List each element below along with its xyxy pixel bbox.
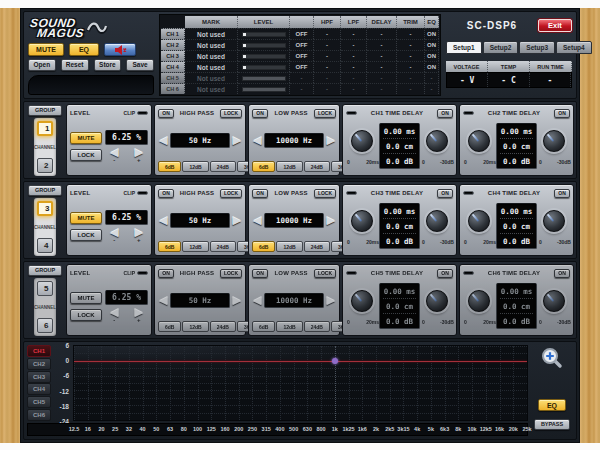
slope-button[interactable]: 6dB [158,161,181,172]
channel-select-bottom[interactable]: 6 [37,318,53,333]
delay-knob[interactable] [351,210,373,232]
frequency-down-arrow[interactable]: ◀ [159,135,167,146]
slope-button[interactable]: 24dB [304,241,330,252]
setup-tab[interactable]: Setup2 [483,41,519,54]
level-increase-arrow[interactable]: ▶ [135,227,143,238]
file-button[interactable]: Store [94,59,122,71]
slope-button[interactable]: 24dB [304,161,330,172]
group-mute-button[interactable]: MUTE [70,292,102,304]
table-row[interactable]: CH 3 Not used OFF - - - - ON [161,50,439,61]
frequency-down-arrow[interactable]: ◀ [253,135,261,146]
zoom-in-icon[interactable] [541,347,563,369]
eq-button[interactable]: EQ [69,43,99,56]
frequency-down-arrow[interactable]: ◀ [253,295,261,306]
gain-knob[interactable] [426,210,448,232]
delay-on-button[interactable]: ON [437,109,453,118]
group-button[interactable]: GROUP [28,185,62,196]
filter-on-button[interactable]: ON [158,109,174,118]
delay-on-button[interactable]: ON [554,109,570,118]
eq-toggle-button[interactable]: EQ [538,399,566,411]
eq-plot[interactable] [73,345,528,421]
slope-button[interactable]: 6dB [252,241,275,252]
slope-button[interactable]: 12dB [182,321,208,332]
gain-knob[interactable] [543,290,565,312]
delay-knob[interactable] [468,210,490,232]
channel-select-top[interactable]: 3 [37,201,53,216]
filter-lock-button[interactable]: LOCK [314,269,336,278]
slope-button[interactable]: 24dB [210,241,236,252]
slope-button[interactable]: 24dB [210,161,236,172]
frequency-down-arrow[interactable]: ◀ [159,215,167,226]
delay-knob[interactable] [468,290,490,312]
level-decrease-arrow[interactable]: ◀ [110,147,118,158]
frequency-up-arrow[interactable]: ▶ [233,135,241,146]
gain-knob[interactable] [426,290,448,312]
group-lock-button[interactable]: LOCK [70,309,102,321]
level-decrease-arrow[interactable]: ◀ [110,307,118,318]
group-mute-button[interactable]: MUTE [70,212,102,224]
delay-knob[interactable] [468,130,490,152]
slope-button[interactable]: 12dB [182,161,208,172]
frequency-up-arrow[interactable]: ▶ [327,135,335,146]
channel-select-top[interactable]: 5 [37,281,53,296]
gain-knob[interactable] [543,130,565,152]
group-lock-button[interactable]: LOCK [70,149,102,161]
table-row[interactable]: CH 2 Not used OFF - - - - ON [161,39,439,50]
slope-button[interactable]: 12dB [276,321,302,332]
bypass-button[interactable]: BYPASS [534,419,570,430]
mute-button[interactable]: MUTE [28,43,64,56]
filter-on-button[interactable]: ON [158,189,174,198]
delay-on-button[interactable]: ON [554,269,570,278]
filter-lock-button[interactable]: LOCK [314,109,336,118]
exit-button[interactable]: Exit [538,19,572,32]
graph-channel-tab[interactable]: CH4 [27,383,51,395]
level-decrease-arrow[interactable]: ◀ [110,227,118,238]
file-button[interactable]: Save [126,59,154,71]
frequency-up-arrow[interactable]: ▶ [233,295,241,306]
slope-button[interactable]: 12dB [276,161,302,172]
filter-lock-button[interactable]: LOCK [220,109,242,118]
delay-knob[interactable] [351,290,373,312]
slope-button[interactable]: 12dB [276,241,302,252]
group-button[interactable]: GROUP [28,265,62,276]
graph-channel-tab[interactable]: CH3 [27,371,51,383]
gain-knob[interactable] [543,210,565,232]
mute-all-button[interactable] [104,43,136,56]
frequency-up-arrow[interactable]: ▶ [233,215,241,226]
graph-channel-tab[interactable]: CH2 [27,358,51,370]
channel-select-bottom[interactable]: 4 [37,238,53,253]
graph-channel-tab[interactable]: CH6 [27,409,51,421]
setup-tab[interactable]: Setup4 [556,41,592,54]
slope-button[interactable]: 24dB [304,321,330,332]
filter-on-button[interactable]: ON [252,109,268,118]
slope-button[interactable]: 24dB [210,321,236,332]
slope-button[interactable]: 6dB [158,241,181,252]
level-increase-arrow[interactable]: ▶ [135,307,143,318]
delay-on-button[interactable]: ON [437,189,453,198]
group-button[interactable]: GROUP [28,105,62,116]
filter-on-button[interactable]: ON [252,269,268,278]
slope-button[interactable]: 6dB [252,321,275,332]
file-button[interactable]: Open [28,59,56,71]
eq-point-marker[interactable] [332,358,338,364]
gain-knob[interactable] [426,130,448,152]
filter-lock-button[interactable]: LOCK [314,189,336,198]
channel-select-bottom[interactable]: 2 [37,158,53,173]
frequency-down-arrow[interactable]: ◀ [159,295,167,306]
setup-tab[interactable]: Setup3 [519,41,555,54]
frequency-up-arrow[interactable]: ▶ [327,215,335,226]
table-row[interactable]: CH 5 Not used - - - - - - [161,72,439,83]
group-lock-button[interactable]: LOCK [70,229,102,241]
setup-tab[interactable]: Setup1 [446,41,482,54]
delay-on-button[interactable]: ON [554,189,570,198]
delay-knob[interactable] [351,130,373,152]
filter-lock-button[interactable]: LOCK [220,189,242,198]
slope-button[interactable]: 6dB [252,161,275,172]
table-row[interactable]: CH 4 Not used OFF - - - - ON [161,61,439,72]
group-mute-button[interactable]: MUTE [70,132,102,144]
level-increase-arrow[interactable]: ▶ [135,147,143,158]
filter-on-button[interactable]: ON [252,189,268,198]
delay-on-button[interactable]: ON [437,269,453,278]
file-button[interactable]: Reset [61,59,89,71]
channel-select-top[interactable]: 1 [37,121,53,136]
